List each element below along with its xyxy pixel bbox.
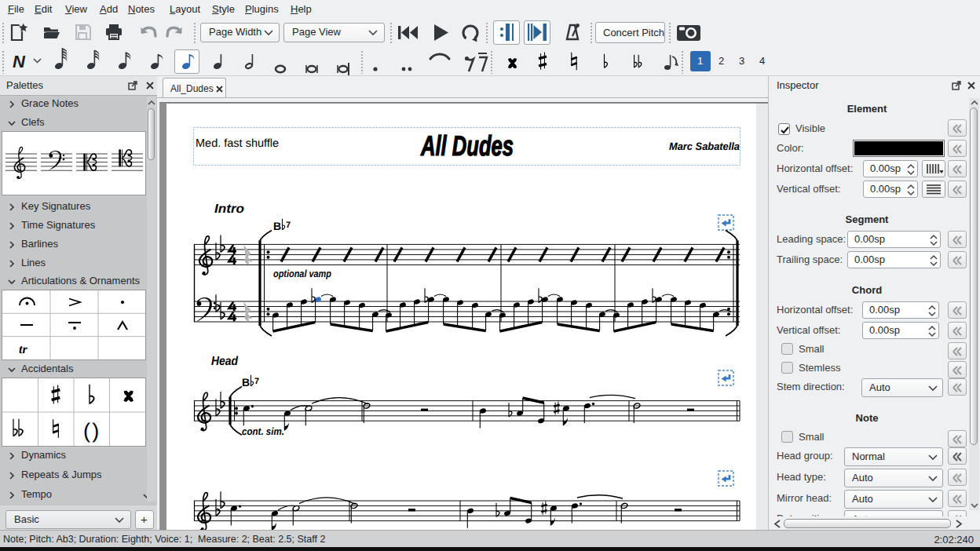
- svg-text:B: B: [242, 376, 250, 389]
- svg-text:optional vamp: optional vamp: [273, 268, 331, 279]
- svg-text:Marc Sabatella: Marc Sabatella: [669, 140, 740, 152]
- svg-text:( ): ( ): [83, 419, 99, 443]
- svg-text:Head: Head: [211, 355, 239, 368]
- svg-text:tr: tr: [19, 343, 27, 356]
- svg-text:7: 7: [286, 221, 291, 230]
- svg-text:All Dudes: All Dudes: [420, 130, 514, 162]
- svg-text:B: B: [273, 220, 281, 232]
- svg-text:Med. fast shuffle: Med. fast shuffle: [196, 137, 279, 150]
- svg-text:cont. sim.: cont. sim.: [242, 425, 284, 437]
- svg-text:Intro: Intro: [214, 203, 244, 216]
- svg-text:7: 7: [254, 377, 259, 386]
